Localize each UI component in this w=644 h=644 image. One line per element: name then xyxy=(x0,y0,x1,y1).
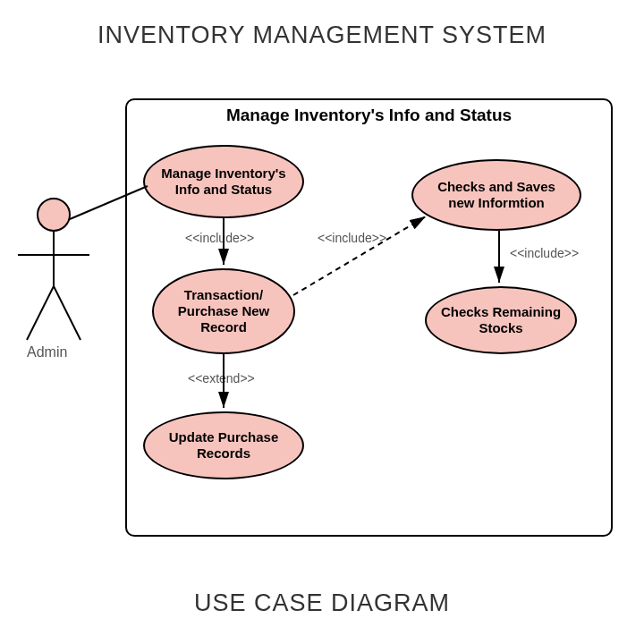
usecase-update-purchase: Update Purchase Records xyxy=(143,411,304,479)
actor-label: Admin xyxy=(27,344,67,360)
rel-include-2: <<include>> xyxy=(318,231,386,245)
svg-line-3 xyxy=(27,286,54,340)
usecase-manage-inventory: Manage Inventory's Info and Status xyxy=(143,145,304,218)
rel-include-1: <<include>> xyxy=(185,231,254,245)
system-boundary-label: Manage Inventory's Info and Status xyxy=(127,106,611,125)
svg-point-0 xyxy=(38,199,70,231)
usecase-checks-saves: Checks and Saves new Informtion xyxy=(411,159,581,231)
rel-extend: <<extend>> xyxy=(188,371,255,386)
usecase-checks-stocks: Checks Remaining Stocks xyxy=(425,286,577,354)
svg-line-4 xyxy=(54,286,80,340)
diagram-footer: USE CASE DIAGRAM xyxy=(0,589,644,617)
diagram-title: INVENTORY MANAGEMENT SYSTEM xyxy=(0,21,644,49)
rel-include-3: <<include>> xyxy=(510,246,579,260)
usecase-transaction-purchase: Transaction/ Purchase New Record xyxy=(152,268,295,354)
